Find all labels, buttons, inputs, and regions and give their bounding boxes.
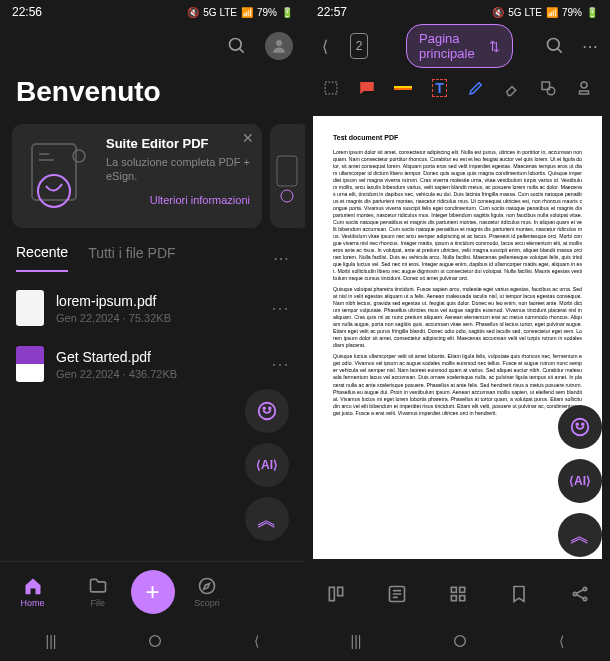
svg-point-30	[583, 587, 586, 590]
file-more-icon[interactable]: ⋯	[271, 353, 289, 375]
promo-cards: ✕ Suite Editor PDF La soluzione completa…	[0, 124, 305, 228]
promo-card[interactable]: ✕ Suite Editor PDF La soluzione completa…	[12, 124, 262, 228]
status-bar: 22:56 🔇 5G LTE 📶 79% 🔋	[0, 0, 305, 24]
annotation-toolbar: T	[305, 68, 610, 108]
collapse-fab[interactable]: ︽	[558, 513, 602, 557]
file-meta: Gen 22,2024 · 75.32KB	[56, 312, 259, 324]
status-time: 22:56	[12, 5, 42, 19]
file-list: lorem-ipsum.pdf Gen 22,2024 · 75.32KB ⋯ …	[0, 272, 305, 400]
battery-icon: 🔋	[586, 7, 598, 18]
list-item[interactable]: lorem-ipsum.pdf Gen 22,2024 · 75.32KB ⋯	[0, 280, 305, 336]
ai-fab[interactable]: ⟨AI⟩	[558, 459, 602, 503]
svg-point-8	[259, 403, 276, 420]
svg-rect-27	[451, 596, 456, 601]
svg-point-31	[583, 597, 586, 600]
promo-desc: La soluzione completa PDF + eSign.	[106, 155, 250, 184]
nav-file[interactable]: File	[65, 576, 130, 608]
eraser-tool-icon[interactable]	[499, 75, 525, 101]
ai-fab[interactable]: ⟨AI⟩	[245, 443, 289, 487]
back-icon[interactable]: ⟨	[317, 34, 334, 58]
comment-tool-icon[interactable]	[354, 75, 380, 101]
promo-link[interactable]: Ulteriori informazioni	[106, 194, 250, 206]
svg-rect-26	[459, 587, 464, 592]
avatar[interactable]	[265, 32, 293, 60]
bookmark-icon[interactable]	[507, 582, 531, 606]
stamp-tool-icon[interactable]	[571, 75, 597, 101]
svg-line-1	[240, 49, 244, 53]
tab-recent[interactable]: Recente	[16, 244, 68, 272]
system-nav: ||| ⟨	[0, 621, 305, 661]
viewer-top-bar: ⟨ 2 Pagina principale ⇅ ⋯	[305, 24, 610, 68]
screen-home: 22:56 🔇 5G LTE 📶 79% 🔋 Benvenuto ✕	[0, 0, 305, 661]
shape-tool-icon[interactable]	[535, 75, 561, 101]
select-tool-icon[interactable]	[318, 75, 344, 101]
page-selector[interactable]: Pagina principale ⇅	[406, 24, 513, 68]
list-item[interactable]: Get Started.pdf Gen 22,2024 · 436.72KB ⋯	[0, 336, 305, 392]
battery-icon: 🔋	[281, 7, 293, 18]
svg-rect-28	[459, 596, 464, 601]
svg-rect-6	[277, 156, 297, 186]
document-viewport[interactable]: Test document PDF Lorem ipsum dolor sit …	[305, 108, 610, 567]
promo-title: Suite Editor PDF	[106, 136, 250, 151]
file-name: lorem-ipsum.pdf	[56, 293, 259, 309]
chevron-updown-icon: ⇅	[489, 39, 500, 54]
nav-home[interactable]: Home	[0, 576, 65, 608]
svg-point-12	[150, 636, 161, 647]
search-icon[interactable]	[225, 34, 249, 58]
file-tabs: Recente Tutti i file PDF ⋯	[0, 228, 305, 272]
nav-discover[interactable]: Scopri	[175, 576, 240, 608]
sys-recent-icon[interactable]: |||	[26, 625, 77, 657]
fab-stack: ⟨AI⟩ ︽	[558, 405, 602, 557]
status-battery: 79%	[257, 7, 277, 18]
system-nav: ||| ⟨	[305, 621, 610, 661]
status-time: 22:57	[317, 5, 347, 19]
svg-point-7	[281, 190, 293, 202]
file-name: Get Started.pdf	[56, 349, 259, 365]
svg-point-21	[582, 423, 584, 425]
status-bar: 22:57 🔇 5G LTE 📶 79% 🔋	[305, 0, 610, 24]
file-more-icon[interactable]: ⋯	[271, 297, 289, 319]
doc-body: Lorem ipsum dolor sit amet, consectetur …	[333, 149, 582, 417]
thumbnails-icon[interactable]	[324, 582, 348, 606]
signal-icon: 📶	[546, 7, 558, 18]
sys-home-icon[interactable]	[127, 625, 183, 657]
file-meta: Gen 22,2024 · 436.72KB	[56, 368, 259, 380]
tab-all[interactable]: Tutti i file PDF	[88, 245, 175, 271]
pen-tool-icon[interactable]	[463, 75, 489, 101]
share-icon[interactable]	[568, 582, 592, 606]
mute-icon: 🔇	[492, 7, 504, 18]
svg-point-29	[573, 592, 576, 595]
page-number[interactable]: 2	[350, 33, 369, 59]
promo-card-next[interactable]	[270, 124, 305, 228]
assistant-fab[interactable]	[558, 405, 602, 449]
svg-point-10	[269, 407, 271, 409]
svg-point-20	[576, 423, 578, 425]
highlight-tool-icon[interactable]	[390, 75, 416, 101]
file-thumbnail	[16, 346, 44, 382]
reflow-icon[interactable]	[385, 582, 409, 606]
search-icon[interactable]	[545, 34, 565, 58]
sys-back-icon[interactable]: ⟨	[539, 625, 584, 657]
svg-point-11	[200, 578, 215, 593]
screen-viewer: 22:57 🔇 5G LTE 📶 79% 🔋 ⟨ 2 Pagina princi…	[305, 0, 610, 661]
status-net: 5G LTE	[203, 7, 237, 18]
assistant-fab[interactable]	[245, 389, 289, 433]
add-button[interactable]: +	[131, 570, 175, 614]
svg-point-2	[276, 40, 282, 46]
svg-rect-22	[329, 587, 334, 600]
svg-point-18	[581, 82, 587, 88]
close-icon[interactable]: ✕	[242, 130, 254, 146]
sys-recent-icon[interactable]: |||	[331, 625, 382, 657]
mute-icon: 🔇	[187, 7, 199, 18]
tabs-more-icon[interactable]: ⋯	[273, 249, 289, 268]
svg-point-32	[455, 636, 466, 647]
svg-rect-25	[451, 587, 456, 592]
grid-icon[interactable]	[446, 582, 470, 606]
text-tool-icon[interactable]: T	[426, 75, 452, 101]
sys-back-icon[interactable]: ⟨	[234, 625, 279, 657]
svg-rect-23	[337, 587, 342, 595]
file-thumbnail	[16, 290, 44, 326]
more-icon[interactable]: ⋯	[581, 34, 598, 58]
collapse-fab[interactable]: ︽	[245, 497, 289, 541]
sys-home-icon[interactable]	[432, 625, 488, 657]
